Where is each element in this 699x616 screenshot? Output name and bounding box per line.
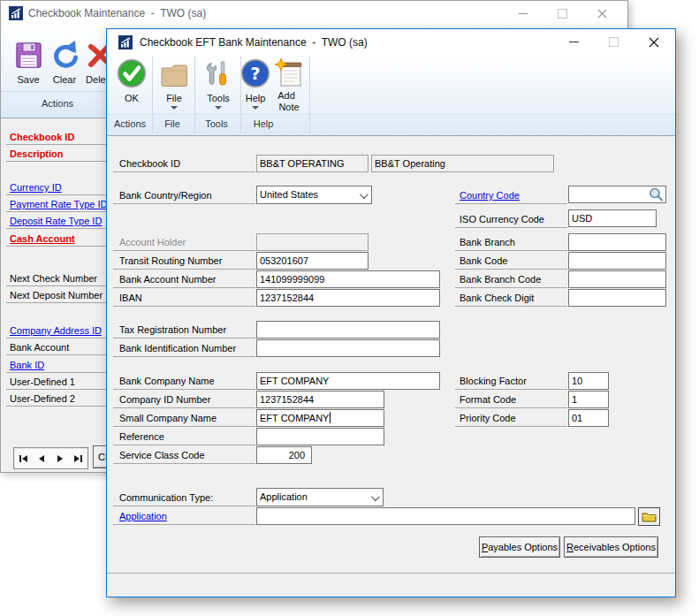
bank-identification-field[interactable]: [256, 339, 440, 357]
prompt-underline: [113, 287, 255, 288]
prompt-underline: [113, 445, 255, 445]
format-code-field[interactable]: 1: [568, 391, 609, 408]
title-bar: Checkbook EFT Bank Maintenance - TWO (sa…: [107, 29, 675, 55]
prompt-underline: [113, 203, 255, 204]
file-label: File: [166, 93, 182, 103]
title-bar: Checkbook Maintenance - TWO (sa): [1, 1, 627, 26]
last-record-button[interactable]: [69, 448, 87, 468]
prompt-underline: [455, 269, 567, 270]
prompt-payment-rate-type[interactable]: Payment Rate Type ID: [10, 199, 107, 210]
prompt-underline: [455, 250, 567, 251]
application-browse-button[interactable]: [638, 507, 660, 526]
prompt-underline: [455, 306, 567, 307]
payables-options-button[interactable]: Payables Options: [479, 536, 560, 558]
application-label[interactable]: Application: [119, 511, 167, 522]
close-button[interactable]: [582, 1, 622, 26]
service-class-code-field[interactable]: 200: [256, 446, 312, 464]
bank-branch-field[interactable]: [568, 233, 666, 251]
bank-check-digit-field[interactable]: [568, 289, 666, 307]
close-button[interactable]: [634, 29, 673, 55]
country-code-lookup-button[interactable]: [648, 186, 665, 202]
iban-label: IBAN: [119, 293, 142, 304]
company-id-number-field[interactable]: 1237152844: [256, 391, 384, 408]
prompt-bank-id[interactable]: Bank ID: [10, 360, 44, 371]
prompt-underline: [6, 406, 109, 407]
reference-label: Reference: [119, 431, 164, 443]
prompt-company-address-id[interactable]: Company Address ID: [10, 325, 102, 337]
bank-code-field[interactable]: [568, 252, 666, 270]
status-bar-divider: [107, 573, 675, 574]
group-row-divider: [107, 114, 675, 115]
account-holder-field: [256, 233, 368, 251]
reference-field[interactable]: [256, 428, 384, 445]
help-menu-button[interactable]: ? Help: [238, 56, 274, 114]
company-id-number-label: Company ID Number: [119, 394, 210, 406]
priority-code-label: Priority Code: [460, 413, 516, 424]
tools-icon: [202, 57, 234, 89]
ok-button[interactable]: OK: [113, 56, 150, 114]
tools-menu-button[interactable]: Tools: [200, 56, 237, 114]
receivables-options-button[interactable]: Receivables Options: [564, 536, 658, 558]
bank-company-name-field[interactable]: EFT COMPANY: [256, 372, 440, 390]
tools-label: Tools: [207, 93, 230, 103]
prompt-next-check-number: Next Check Number: [10, 273, 97, 285]
prompt-underline: [6, 144, 109, 145]
prompt-user-defined-2: User-Defined 2: [10, 393, 75, 405]
desktop: { "colors":{ "active_window_border":"#00…: [0, 0, 699, 616]
small-company-name-field[interactable]: EFT COMPANY: [256, 409, 384, 427]
dropdown-arrow-icon: [252, 106, 259, 110]
blocking-factor-field[interactable]: 10: [568, 372, 609, 390]
maximize-button[interactable]: [594, 29, 634, 55]
country-code-label[interactable]: Country Code: [460, 190, 520, 202]
dropdown-arrow-icon: [171, 106, 178, 110]
prompt-underline: [113, 269, 255, 270]
prompt-deposit-rate-type[interactable]: Deposit Rate Type ID: [10, 216, 102, 227]
prompt-underline: [6, 161, 109, 162]
prompt-underline: [113, 389, 255, 390]
chevron-down-icon: [371, 492, 380, 501]
next-record-button[interactable]: [51, 448, 70, 468]
bank-country-dropdown[interactable]: United States: [256, 186, 372, 204]
priority-code-field[interactable]: 01: [568, 409, 609, 427]
bank-check-digit-label: Bank Check Digit: [460, 293, 534, 304]
app-icon: [118, 35, 133, 49]
previous-record-button[interactable]: [33, 448, 51, 468]
file-menu-button[interactable]: File: [156, 56, 193, 114]
prompt-next-deposit-number: Next Deposit Number: [10, 290, 103, 301]
transit-routing-field[interactable]: 053201607: [256, 252, 368, 270]
prompt-underline: [6, 246, 109, 247]
ok-check-icon: [116, 57, 148, 89]
minimize-button[interactable]: [503, 1, 543, 26]
ribbon-toolbar: OK File Tools ?: [107, 55, 675, 136]
application-path-field[interactable]: [256, 507, 635, 525]
prompt-underline: [455, 389, 567, 390]
prompt-underline: [455, 203, 567, 204]
iso-currency-code-field[interactable]: USD: [568, 209, 657, 227]
add-note-button[interactable]: Add Note: [271, 56, 307, 114]
prompt-underline: [455, 426, 567, 427]
maximize-button[interactable]: [543, 1, 582, 26]
minimize-button[interactable]: [554, 29, 594, 55]
bank-branch-code-field[interactable]: [568, 270, 666, 288]
bank-country-label: Bank Country/Region: [119, 190, 212, 202]
iban-field[interactable]: 1237152844: [256, 289, 440, 307]
communication-type-dropdown[interactable]: Application: [256, 488, 384, 506]
prompt-bank-account: Bank Account: [10, 342, 69, 354]
prompt-underline: [6, 228, 109, 229]
save-label: Save: [17, 74, 39, 85]
save-icon: [12, 40, 44, 72]
prompt-underline: [6, 389, 109, 390]
file-folder-icon: [158, 59, 190, 91]
file-group-label: File: [164, 118, 180, 129]
window-title: Checkbook EFT Bank Maintenance - TWO (sa…: [140, 36, 368, 49]
prompt-currency-id[interactable]: Currency ID: [10, 182, 62, 194]
prompt-cash-account[interactable]: Cash Account: [10, 233, 75, 245]
clear-undo-icon: [49, 39, 80, 71]
prompt-underline: [113, 306, 255, 307]
prompt-checkbook-id: Checkbook ID: [10, 132, 74, 143]
first-record-button[interactable]: [14, 448, 33, 468]
bank-account-number-field[interactable]: 141099999099: [256, 270, 440, 288]
prompt-underline: [6, 354, 109, 355]
tax-registration-field[interactable]: [256, 321, 440, 338]
window-title: Checkbook Maintenance - TWO (sa): [28, 7, 206, 19]
